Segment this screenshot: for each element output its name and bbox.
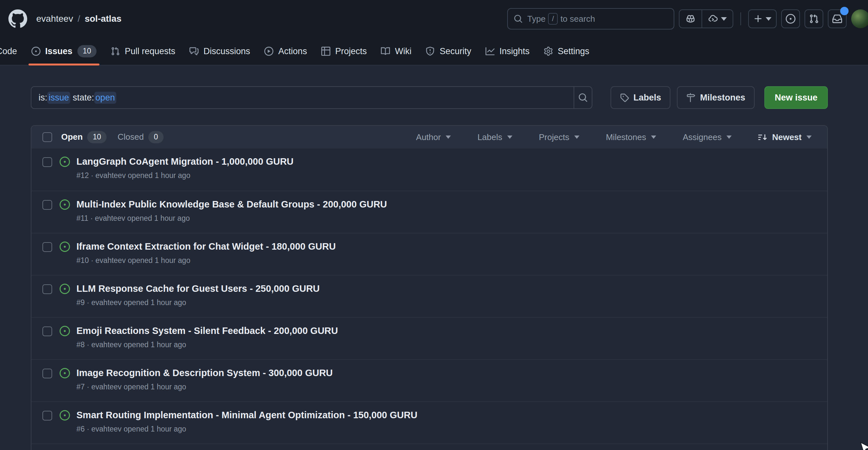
issue-title-link[interactable]: Emoji Reactions System - Silent Feedback… xyxy=(76,326,338,336)
issue-title-link[interactable]: Iframe Context Extraction for Chat Widge… xyxy=(76,241,336,252)
tab-code[interactable]: Code xyxy=(0,37,22,65)
issue-title-link[interactable]: Smart Routing Implementation - Minimal A… xyxy=(76,410,417,421)
labels-button-label: Labels xyxy=(633,93,661,103)
breadcrumb-separator: / xyxy=(78,13,80,24)
chevron-down-icon xyxy=(574,136,580,139)
global-pull-requests-button[interactable] xyxy=(805,9,823,28)
closed-count-badge: 0 xyxy=(148,131,163,143)
tab-actions[interactable]: Actions xyxy=(259,37,312,65)
tab-pull-requests[interactable]: Pull requests xyxy=(106,37,180,65)
issue-checkbox[interactable] xyxy=(42,200,52,210)
issue-checkbox[interactable] xyxy=(42,411,52,421)
issue-title-link[interactable]: LLM Response Cache for Guest Users - 250… xyxy=(76,283,320,294)
milestones-button[interactable]: Milestones xyxy=(677,86,755,109)
dropdown-label: Assignees xyxy=(683,132,722,142)
chevron-down-icon xyxy=(721,17,727,21)
git-pull-request-icon xyxy=(809,14,819,24)
comment-discussion-icon xyxy=(189,47,198,56)
chevron-down-icon xyxy=(507,136,513,139)
book-icon xyxy=(381,47,390,56)
labels-button[interactable]: Labels xyxy=(611,86,671,109)
issue-row: Emoji Reactions System - Silent Feedback… xyxy=(31,317,827,359)
github-logo-icon[interactable] xyxy=(8,9,27,28)
search-icon xyxy=(578,93,588,103)
tab-projects[interactable]: Projects xyxy=(316,37,372,65)
tag-icon xyxy=(620,93,629,102)
breadcrumb: evahteev / sol-atlas xyxy=(36,13,121,24)
issue-checkbox[interactable] xyxy=(42,327,52,336)
shield-icon xyxy=(426,47,435,56)
issue-checkbox[interactable] xyxy=(42,284,52,294)
issue-checkbox[interactable] xyxy=(42,369,52,378)
issue-opened-icon xyxy=(31,47,40,56)
issue-opened-icon xyxy=(60,242,70,252)
milestones-filter-dropdown[interactable]: Milestones xyxy=(606,132,656,142)
sort-desc-icon xyxy=(758,133,767,142)
tab-wiki[interactable]: Wiki xyxy=(376,37,416,65)
issues-search-group: is:issue state:open xyxy=(31,86,592,109)
copilot-button[interactable] xyxy=(680,10,702,28)
plus-icon xyxy=(753,14,763,24)
issue-title-link[interactable]: Multi-Index Public Knowledge Base & Defa… xyxy=(76,199,387,210)
gear-icon xyxy=(544,47,553,56)
select-all-checkbox[interactable] xyxy=(42,132,52,142)
tab-settings[interactable]: Settings xyxy=(539,37,594,65)
issue-title-link[interactable]: LangGraph CoAgent Migration - 1,000,000 … xyxy=(76,156,293,167)
issue-row-partial xyxy=(31,444,827,450)
new-issue-button-label: New issue xyxy=(775,93,817,103)
breadcrumb-repo[interactable]: sol-atlas xyxy=(85,13,121,24)
tab-insights[interactable]: Insights xyxy=(480,37,534,65)
tab-label: Pull requests xyxy=(125,46,175,56)
search-submit-button[interactable] xyxy=(574,87,592,108)
codespaces-button[interactable] xyxy=(702,10,733,28)
slash-keycap: / xyxy=(548,13,558,25)
tab-issues[interactable]: Issues 10 xyxy=(27,37,102,65)
tab-security[interactable]: Security xyxy=(421,37,476,65)
projects-filter-dropdown[interactable]: Projects xyxy=(539,132,580,142)
labels-filter-dropdown[interactable]: Labels xyxy=(477,132,513,142)
issue-title-link[interactable]: Image Recognition & Description System -… xyxy=(76,368,333,378)
issues-search-input[interactable]: is:issue state:open xyxy=(31,87,574,108)
avatar[interactable] xyxy=(851,9,868,28)
inbox-button[interactable] xyxy=(828,9,847,28)
issue-opened-icon xyxy=(60,157,70,167)
new-issue-button[interactable]: New issue xyxy=(764,86,828,109)
dropdown-label: Projects xyxy=(539,132,569,142)
issue-checkbox[interactable] xyxy=(42,242,52,252)
tab-label: Wiki xyxy=(395,46,411,56)
issue-opened-icon xyxy=(60,326,70,336)
closed-issues-toggle[interactable]: Closed 0 xyxy=(118,131,163,143)
copilot-split-button xyxy=(679,9,733,28)
sort-dropdown[interactable]: Newest xyxy=(758,132,812,142)
global-issues-button[interactable] xyxy=(781,9,800,28)
create-new-button[interactable] xyxy=(748,9,777,28)
chevron-down-icon xyxy=(766,17,772,21)
tab-label: Projects xyxy=(335,46,367,56)
chevron-down-icon xyxy=(726,136,732,139)
filter-row: is:issue state:open Labels xyxy=(31,86,828,109)
git-pull-request-icon xyxy=(111,47,120,56)
assignees-filter-dropdown[interactable]: Assignees xyxy=(683,132,732,142)
issue-meta: #7 · evahteev opened 1 hour ago xyxy=(76,383,333,391)
play-icon xyxy=(264,47,273,56)
issue-opened-icon xyxy=(786,14,796,24)
issue-row: Iframe Context Extraction for Chat Widge… xyxy=(31,233,827,275)
issues-page: is:issue state:open Labels xyxy=(0,65,868,450)
issue-checkbox[interactable] xyxy=(42,157,52,167)
repo-nav: Code Issues 10 Pull requests Discussions… xyxy=(0,37,868,65)
global-search-input[interactable]: Type / to search xyxy=(507,8,674,29)
dropdown-label: Labels xyxy=(477,132,502,142)
breadcrumb-owner[interactable]: evahteev xyxy=(36,13,73,24)
mouse-cursor xyxy=(859,442,868,450)
author-filter-dropdown[interactable]: Author xyxy=(416,132,451,142)
chevron-down-icon xyxy=(446,136,451,139)
issues-list-header: Open 10 Closed 0 Author Labels Projec xyxy=(31,126,827,148)
issue-row: LangGraph CoAgent Migration - 1,000,000 … xyxy=(31,148,827,191)
open-issues-toggle[interactable]: Open 10 xyxy=(61,131,106,143)
table-icon xyxy=(321,47,330,56)
tab-discussions[interactable]: Discussions xyxy=(185,37,255,65)
dropdown-label: Author xyxy=(416,132,441,142)
inbox-icon xyxy=(832,14,842,24)
issue-meta: #6 · evahteev opened 1 hour ago xyxy=(76,425,417,433)
milestones-button-label: Milestones xyxy=(700,93,745,103)
